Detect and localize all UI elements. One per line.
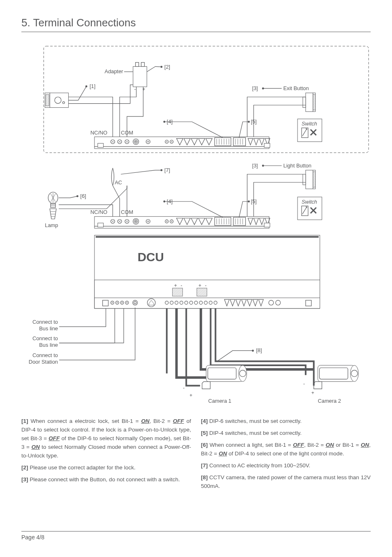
svg-rect-3 [46,95,49,106]
ref-5-top: [5] [251,118,256,125]
ref-7: [7] [164,167,170,173]
ref-3-top: [3] [252,85,258,91]
note-3: [3] Please connect with the Button, do n… [21,476,191,484]
ref-3-mid: [3] [252,162,258,169]
svg-rect-7 [133,67,147,87]
svg-rect-14 [303,97,306,108]
com-mid: COM [121,209,133,215]
ncno-top: NC/NO [90,130,107,136]
svg-text:Switch: Switch [302,121,317,127]
svg-rect-55 [313,172,316,188]
svg-rect-84 [264,223,270,227]
svg-rect-49 [51,204,55,208]
camera2-icon [314,365,359,389]
note-4: [4] DIP-6 switches, must be set correctl… [201,417,371,426]
ref-5-mid: [5] [251,198,256,204]
page-footer: Page 4/8 [21,531,371,541]
notes-section: [1] When connect a electroic lock, set B… [21,417,371,494]
com-top: COM [121,130,133,136]
svg-rect-9 [141,63,145,67]
dcu-icon: DCU + - + - [95,235,320,309]
svg-rect-83 [98,223,104,227]
svg-rect-44 [98,143,104,147]
svg-point-130 [239,365,247,382]
light-button-icon [303,170,316,189]
note-6: [6] When connect a light, set Bit-1 = OF… [201,441,371,458]
lamp-label: Lamp [45,222,58,228]
svg-text:+: + [189,392,192,398]
camera2-label: Camera 2 [318,398,341,404]
ref-8: [8] [256,347,262,353]
svg-text:+: + [198,283,201,288]
note-8: [8] CCTV camera, the rated power of the … [201,473,371,491]
ref-1: [1] [90,83,95,89]
svg-point-134 [350,365,359,382]
svg-rect-16 [313,95,316,110]
svg-text:Connect to: Connect to [32,335,58,341]
ref-6: [6] [80,193,86,199]
camera1-label: Camera 1 [208,398,231,404]
section-heading: 5. Terminal Connections [21,16,371,32]
svg-rect-45 [264,143,270,147]
svg-text:Connect to: Connect to [32,319,58,325]
switch-icon-mid: Switch [297,197,322,220]
switch-icon-top: Switch [297,119,322,142]
svg-rect-52 [306,170,313,189]
adapter-label: Adapter [105,68,124,74]
svg-text:+: + [174,283,177,288]
svg-text:Bus line: Bus line [39,325,58,332]
svg-rect-1 [50,93,68,108]
svg-text:+: + [143,86,145,92]
svg-rect-110 [173,288,183,296]
svg-text:DCU: DCU [138,250,164,264]
svg-rect-8 [136,63,139,67]
svg-text:+: + [311,390,314,396]
svg-text:-: - [205,283,207,288]
terminal-diagram: [1] Adapter [2] - + Exit Button [3] Swit… [21,42,371,412]
light-button-label: Light Button [284,162,311,169]
exit-button-label: Exit Button [284,85,309,91]
adapter-icon [133,63,147,87]
camera1-icon [202,365,247,389]
note-1: [1] When connect a electroic lock, set B… [21,417,191,460]
ac-label: AC [115,179,122,186]
svg-rect-53 [303,174,306,185]
lock-icon [45,93,68,108]
svg-rect-13 [306,93,313,111]
lamp-icon [48,192,58,219]
note-2: [2] Please use the correct adapter for t… [21,464,191,472]
svg-text:Connect to: Connect to [32,352,58,358]
svg-text:-: - [183,385,184,391]
svg-text:-: - [134,86,136,92]
terminal-row-mid [95,216,270,228]
svg-text:Bus line: Bus line [39,342,58,348]
svg-text:-: - [180,283,182,288]
note-7: [7] Connect to AC electricity from 100~2… [201,462,371,470]
svg-text:-: - [303,381,305,387]
ref-2: [2] [164,64,170,70]
svg-rect-111 [197,288,207,296]
note-5: [5] DIP-4 switches, must be set correctl… [201,429,371,438]
svg-rect-61 [95,226,269,228]
svg-text:Door Station: Door Station [29,359,58,365]
ac-icon [111,168,114,186]
ncno-mid: NC/NO [90,209,107,215]
exit-button-icon [303,93,316,111]
terminal-row-top [95,137,270,149]
svg-text:Switch: Switch [302,199,317,205]
svg-rect-22 [95,146,269,149]
